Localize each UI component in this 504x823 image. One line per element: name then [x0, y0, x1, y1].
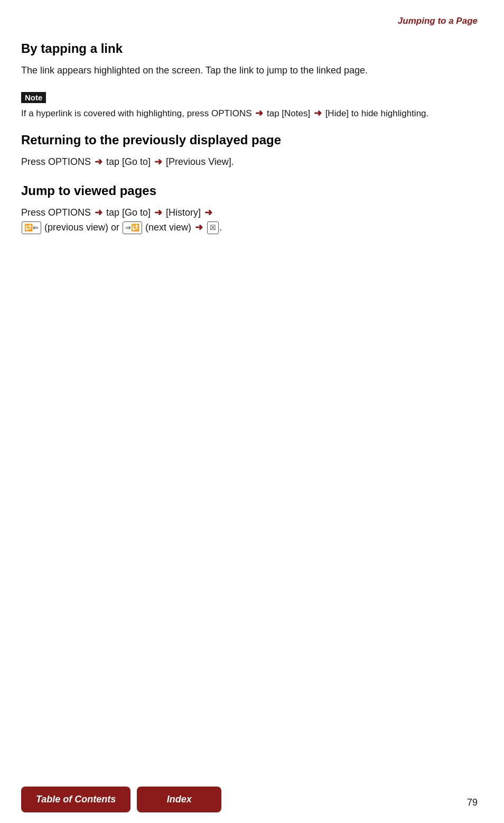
- page-number: 79: [467, 797, 478, 808]
- page-container: Jumping to a Page By tapping a link The …: [0, 0, 504, 823]
- next-view-icon: ⇒🔁: [123, 221, 142, 234]
- note-text: If a hyperlink is covered with highlight…: [21, 106, 478, 121]
- body-by-tapping: The link appears highlighted on the scre…: [21, 63, 478, 78]
- footer-buttons: Table of Contents Index: [21, 787, 221, 812]
- arrow-3: ➜: [95, 156, 102, 167]
- section-jump-viewed: Jump to viewed pages Press OPTIONS ➜ tap…: [21, 183, 478, 235]
- heading-jump-viewed: Jump to viewed pages: [21, 183, 478, 198]
- header: Jumping to a Page: [21, 16, 478, 26]
- note-box: Note If a hyperlink is covered with high…: [21, 92, 478, 121]
- table-of-contents-button[interactable]: Table of Contents: [21, 787, 130, 812]
- arrow-2: ➜: [314, 108, 322, 118]
- section-returning: Returning to the previously displayed pa…: [21, 133, 478, 170]
- heading-by-tapping: By tapping a link: [21, 41, 478, 56]
- x-close-icon: ☒: [207, 221, 219, 234]
- arrow-4: ➜: [154, 156, 162, 167]
- heading-returning: Returning to the previously displayed pa…: [21, 133, 478, 147]
- arrow-6: ➜: [154, 207, 162, 218]
- index-button[interactable]: Index: [137, 787, 221, 812]
- arrow-1: ➜: [255, 108, 263, 118]
- header-title: Jumping to a Page: [398, 16, 478, 26]
- section-by-tapping: By tapping a link The link appears highl…: [21, 41, 478, 78]
- body-jump-viewed: Press OPTIONS ➜ tap [Go to] ➜ [History] …: [21, 206, 478, 235]
- arrow-5: ➜: [95, 207, 102, 218]
- footer: Table of Contents Index: [0, 775, 504, 823]
- note-label: Note: [21, 92, 478, 106]
- arrow-7: ➜: [204, 207, 212, 218]
- arrow-8: ➜: [195, 222, 203, 233]
- prev-view-icon: 🔁⇐: [22, 221, 41, 234]
- body-returning: Press OPTIONS ➜ tap [Go to] ➜ [Previous …: [21, 155, 478, 170]
